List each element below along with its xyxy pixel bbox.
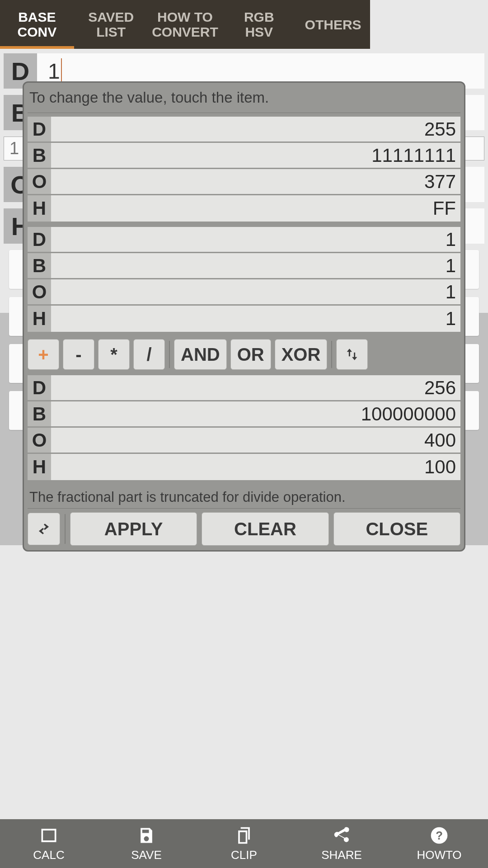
text-cursor [61, 58, 62, 84]
swap-vertical-icon [344, 344, 360, 364]
row-a-o[interactable]: O 377 [28, 169, 370, 195]
row-r-b[interactable]: B 100000000 [28, 401, 370, 428]
value: FF [51, 195, 370, 222]
row-a-b[interactable]: B 11111111 [28, 143, 370, 169]
value: 400 [51, 428, 370, 453]
value: 100 [51, 454, 370, 480]
label: O [28, 279, 51, 304]
value: 1 [51, 306, 370, 332]
op-plus-button[interactable]: + [28, 339, 59, 370]
divider [28, 113, 370, 113]
result-group: D 256 B 100000000 O 400 H 100 [28, 375, 370, 480]
close-button[interactable]: CLOSE [333, 512, 370, 546]
swap-horizontal-icon [35, 520, 52, 538]
divider [331, 341, 332, 368]
label: B [28, 401, 51, 426]
label: B [28, 143, 51, 168]
value: 256 [51, 375, 370, 400]
dialog-bottom-buttons: APPLY CLEAR CLOSE [28, 512, 370, 546]
label: O [28, 428, 51, 453]
value: 377 [51, 169, 370, 194]
tab-others[interactable]: OTHERS [296, 0, 370, 49]
label: D [28, 375, 51, 400]
op-multiply-button[interactable]: * [98, 339, 130, 370]
swap-operands-button[interactable] [336, 339, 368, 370]
row-r-o[interactable]: O 400 [28, 428, 370, 454]
dialog-footnote: The fractional part is truncated for div… [28, 486, 370, 506]
operator-row: + - * / AND OR XOR [28, 337, 370, 372]
divider [169, 341, 170, 368]
decimal-input-value: 1 [48, 59, 60, 84]
label: H [28, 454, 51, 480]
row-a-h[interactable]: H FF [28, 195, 370, 222]
op-minus-button[interactable]: - [63, 339, 94, 370]
divider [28, 508, 370, 509]
value: 1 [51, 227, 370, 252]
op-and-button[interactable]: AND [174, 339, 227, 370]
clear-button[interactable]: CLEAR [202, 512, 328, 546]
operand-b-group: D 1 B 1 O 1 H 1 [28, 227, 370, 332]
value: 11111111 [51, 143, 370, 168]
operand-a-group: D 255 B 11111111 O 377 H FF [28, 117, 370, 222]
label: O [28, 169, 51, 194]
row-b-o[interactable]: O 1 [28, 279, 370, 306]
divider [65, 514, 66, 544]
row-r-d[interactable]: D 256 [28, 375, 370, 401]
tab-rgb-hsv[interactable]: RGB HSV [222, 0, 296, 49]
row-b-d[interactable]: D 1 [28, 227, 370, 253]
row-r-h[interactable]: H 100 [28, 454, 370, 480]
row-b-b[interactable]: B 1 [28, 253, 370, 279]
op-divide-button[interactable]: / [133, 339, 165, 370]
label: D [28, 227, 51, 252]
tab-base-conv[interactable]: BASE CONV [0, 0, 74, 49]
row-b-h[interactable]: H 1 [28, 306, 370, 332]
label: H [28, 306, 51, 332]
apply-button[interactable]: APPLY [70, 512, 197, 546]
tab-how-to-convert[interactable]: HOW TO CONVERT [148, 0, 222, 49]
row-a-d[interactable]: D 255 [28, 117, 370, 143]
value: 100000000 [51, 401, 370, 426]
op-xor-button[interactable]: XOR [275, 339, 328, 370]
value: 1 [51, 279, 370, 304]
tab-saved-list[interactable]: SAVED LIST [74, 0, 148, 49]
label: B [28, 253, 51, 278]
dialog-hint: To change the value, touch the item. [28, 88, 370, 111]
value: 255 [51, 117, 370, 142]
label: H [28, 195, 51, 222]
top-tabs: BASE CONV SAVED LIST HOW TO CONVERT RGB … [0, 0, 370, 49]
label: D [28, 117, 51, 142]
swap-horizontal-button[interactable] [28, 513, 60, 545]
calc-dialog: To change the value, touch the item. D 2… [23, 81, 370, 552]
op-or-button[interactable]: OR [230, 339, 271, 370]
value: 1 [51, 253, 370, 278]
